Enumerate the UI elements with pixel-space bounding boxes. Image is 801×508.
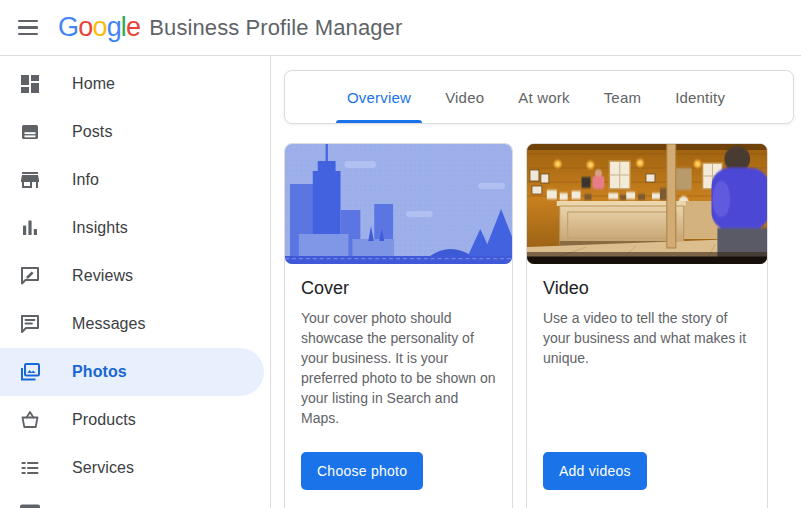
tab-video[interactable]: Video bbox=[428, 71, 501, 123]
sidebar-nav: Home Posts Info Insights bbox=[0, 56, 271, 508]
list-icon bbox=[18, 456, 42, 480]
choose-photo-button[interactable]: Choose photo bbox=[301, 452, 423, 490]
storefront-icon bbox=[18, 168, 42, 192]
sidebar-item-home[interactable]: Home bbox=[0, 60, 270, 108]
sidebar-item-label: Insights bbox=[72, 219, 128, 237]
logo-letter: o bbox=[92, 12, 106, 43]
rate-review-icon bbox=[18, 264, 42, 288]
sidebar-item-reviews[interactable]: Reviews bbox=[0, 252, 270, 300]
sidebar-item-label: Messages bbox=[72, 315, 146, 333]
card-title-video: Video bbox=[543, 278, 751, 299]
sidebar-item-services[interactable]: Services bbox=[0, 444, 270, 492]
logo-letter: o bbox=[78, 12, 92, 43]
sidebar-item-messages[interactable]: Messages bbox=[0, 300, 270, 348]
card-body-video: Use a video to tell the story of your bu… bbox=[543, 308, 751, 368]
logo-letter: g bbox=[107, 12, 121, 43]
sidebar-item-products[interactable]: Products bbox=[0, 396, 270, 444]
sidebar-item-info[interactable]: Info bbox=[0, 156, 270, 204]
sidebar-item-insights[interactable]: Insights bbox=[0, 204, 270, 252]
dashboard-icon bbox=[18, 72, 42, 96]
logo-letter: e bbox=[126, 12, 140, 43]
photo-library-icon bbox=[18, 360, 42, 384]
google-logo: G o o g l e bbox=[58, 12, 140, 43]
add-videos-button[interactable]: Add videos bbox=[543, 452, 647, 490]
basket-icon bbox=[18, 408, 42, 432]
photos-tab-bar: Overview Video At work Team Identity bbox=[284, 70, 794, 124]
photos-main-panel: Overview Video At work Team Identity bbox=[271, 56, 801, 508]
app-title: Business Profile Manager bbox=[149, 15, 402, 41]
sidebar-item-label: Info bbox=[72, 171, 99, 189]
tab-identity[interactable]: Identity bbox=[658, 71, 742, 123]
tab-at-work[interactable]: At work bbox=[501, 71, 586, 123]
card-title-cover: Cover bbox=[301, 278, 496, 299]
card-body-cover: Your cover photo should showcase the per… bbox=[301, 308, 496, 428]
sidebar-item-label: Home bbox=[72, 75, 115, 93]
tab-team[interactable]: Team bbox=[587, 71, 658, 123]
sidebar-item-partial[interactable] bbox=[0, 492, 270, 508]
business-profile-manager-page: G o o g l e Business Profile Manager Hom… bbox=[0, 0, 801, 508]
cover-photo-card: Cover Your cover photo should showcase t… bbox=[284, 143, 513, 508]
cover-illustration bbox=[285, 144, 512, 264]
sidebar-item-label: Reviews bbox=[72, 267, 133, 285]
app-header: G o o g l e Business Profile Manager bbox=[0, 0, 801, 56]
tab-overview[interactable]: Overview bbox=[330, 71, 428, 123]
store-interior-photo bbox=[527, 144, 767, 264]
sidebar-item-label: Services bbox=[72, 459, 134, 477]
posts-icon bbox=[18, 120, 42, 144]
sidebar-item-photos[interactable]: Photos bbox=[0, 348, 264, 396]
sidebar-item-label: Products bbox=[72, 411, 136, 429]
sidebar-item-label: Posts bbox=[72, 123, 113, 141]
bar-chart-icon bbox=[18, 216, 42, 240]
sidebar-item-posts[interactable]: Posts bbox=[0, 108, 270, 156]
menu-hamburger-icon[interactable] bbox=[17, 16, 41, 40]
sidebar-item-label: Photos bbox=[72, 363, 127, 381]
chat-icon bbox=[18, 312, 42, 336]
partially-visible-icon bbox=[18, 504, 42, 508]
logo-letter: G bbox=[58, 12, 78, 43]
video-card: Video Use a video to tell the story of y… bbox=[526, 143, 768, 508]
